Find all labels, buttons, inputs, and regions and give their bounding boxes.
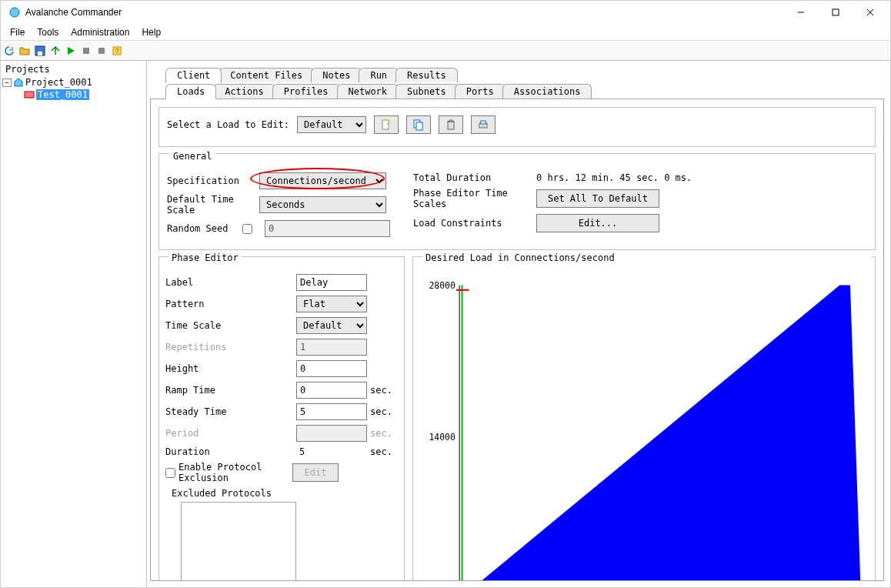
export-icon[interactable] — [48, 44, 62, 58]
tree-project-label: Project_0001 — [25, 77, 92, 88]
help-icon[interactable]: ? — [110, 44, 124, 58]
svg-rect-2 — [833, 9, 839, 15]
tab-notes[interactable]: Notes — [311, 68, 362, 82]
pe-excl-edit-button: Edit — [292, 463, 339, 482]
chart-block: Desired Load in Connections/second 01400… — [412, 256, 876, 581]
edit-constraints-button[interactable]: Edit... — [536, 214, 659, 232]
menu-tools[interactable]: Tools — [31, 25, 65, 39]
menu-help[interactable]: Help — [135, 25, 167, 39]
phase-editor-legend: Phase Editor — [169, 252, 242, 263]
total-duration-label: Total Duration — [413, 172, 529, 183]
pe-height-l: Height — [165, 363, 296, 374]
sidebar: Projects − Project_0001 Test_0001 — [1, 61, 147, 587]
subtab-associations[interactable]: Associations — [502, 84, 592, 99]
tab-client[interactable]: Client — [165, 68, 222, 83]
sub-tabs: Loads Actions Profiles Network Subnets P… — [150, 84, 884, 99]
subtab-profiles[interactable]: Profiles — [272, 84, 340, 99]
seed-label: Random Seed — [167, 223, 249, 234]
svg-rect-8 — [98, 48, 105, 54]
pe-reps-l: Repetitions — [165, 342, 296, 352]
svg-rect-11 — [25, 92, 34, 98]
constraints-label: Load Constraints — [413, 218, 529, 229]
delete-load-icon[interactable] — [439, 115, 463, 134]
svg-point-13 — [389, 120, 392, 123]
pe-height-input[interactable] — [296, 360, 367, 377]
timescale-select[interactable]: Seconds — [259, 196, 386, 213]
subtab-network[interactable]: Network — [337, 84, 399, 99]
pe-period-input — [296, 425, 367, 442]
refresh-icon[interactable] — [2, 44, 16, 58]
load-chart: 014000280000191.2382.5573.8765Seconds — [419, 277, 869, 581]
subtab-ports[interactable]: Ports — [455, 84, 506, 99]
phase-scales-label: Phase Editor Time Scales — [413, 188, 529, 209]
open-icon[interactable] — [18, 44, 32, 58]
tab-content-files[interactable]: Content Files — [219, 68, 314, 82]
subtab-loads[interactable]: Loads — [165, 84, 216, 99]
svg-rect-18 — [481, 121, 486, 124]
main-area: Client Content Files Notes Run Results L… — [147, 61, 890, 587]
titlebar: Avalanche Commander — [1, 1, 890, 24]
pe-label-l: Label — [165, 277, 296, 288]
pe-timescale-select[interactable]: Default — [296, 317, 367, 334]
play-icon[interactable] — [64, 44, 78, 58]
tab-results[interactable]: Results — [395, 68, 458, 82]
set-all-default-button[interactable]: Set All To Default — [536, 189, 659, 208]
stop-icon[interactable] — [79, 44, 93, 58]
svg-rect-16 — [448, 122, 454, 129]
svg-text:?: ? — [115, 47, 118, 55]
spec-label: Specification — [167, 175, 252, 186]
seed-input — [265, 220, 390, 237]
pe-duration-l: Duration — [165, 446, 296, 457]
maximize-button[interactable] — [818, 2, 853, 23]
pe-enable-excl-checkbox[interactable] — [165, 468, 175, 478]
window-title: Avalanche Commander — [25, 7, 783, 18]
tree-test-node[interactable]: Test_0001 — [2, 89, 145, 101]
stop-rec-icon[interactable] — [95, 44, 108, 58]
project-icon — [13, 77, 24, 88]
phase-editor-block: Phase Editor Label PatternFlat Time Scal… — [159, 256, 405, 581]
pe-ramp-input[interactable] — [296, 382, 367, 399]
save-icon[interactable] — [33, 44, 47, 58]
specification-select[interactable]: Connections/second — [259, 172, 386, 189]
svg-rect-15 — [416, 122, 422, 130]
pe-steady-unit: sec. — [370, 406, 393, 417]
chart-title: Desired Load in Connections/second — [422, 252, 872, 263]
pe-label-input[interactable] — [296, 274, 367, 291]
tree-test-label: Test_0001 — [36, 89, 89, 100]
test-icon — [24, 89, 35, 100]
top-tabs: Client Content Files Notes Run Results — [150, 67, 884, 82]
load-select[interactable]: Default — [297, 116, 366, 133]
svg-rect-6 — [38, 52, 42, 55]
pe-period-l: Period — [165, 428, 296, 439]
timescale-label: Default Time Scale — [167, 194, 252, 215]
copy-load-icon[interactable] — [406, 115, 431, 134]
general-legend: General — [170, 151, 215, 162]
subtab-actions[interactable]: Actions — [213, 84, 275, 99]
app-icon — [8, 6, 21, 18]
svg-text:28000: 28000 — [429, 280, 456, 291]
print-load-icon[interactable] — [471, 115, 496, 134]
new-load-icon[interactable] — [374, 115, 399, 134]
svg-text:14000: 14000 — [429, 432, 456, 443]
menu-file[interactable]: File — [4, 25, 31, 39]
select-load-block: Select a Load to Edit: Default — [159, 107, 876, 147]
tree-project-node[interactable]: − Project_0001 — [2, 76, 145, 89]
menu-administration[interactable]: Administration — [65, 25, 135, 39]
pe-excluded-list[interactable] — [181, 502, 296, 581]
pe-pattern-select[interactable]: Flat — [296, 296, 367, 312]
pe-pattern-l: Pattern — [165, 299, 296, 309]
general-block: General Specification Connections/second… — [159, 153, 876, 250]
pe-timescale-l: Time Scale — [165, 320, 296, 331]
pe-steady-input[interactable] — [296, 403, 367, 420]
tab-run[interactable]: Run — [359, 68, 399, 82]
collapse-icon[interactable]: − — [2, 79, 12, 87]
subtab-subnets[interactable]: Subnets — [395, 84, 458, 99]
loads-panel: Select a Load to Edit: Default General — [150, 99, 884, 581]
pe-excl-legend: Excluded Protocols — [172, 488, 272, 499]
minimize-button[interactable] — [783, 2, 818, 23]
close-button[interactable] — [853, 2, 887, 23]
pe-reps-input — [296, 339, 367, 356]
select-load-label: Select a Load to Edit: — [167, 119, 289, 130]
pe-ramp-unit: sec. — [370, 385, 393, 396]
seed-checkbox[interactable] — [242, 224, 252, 234]
